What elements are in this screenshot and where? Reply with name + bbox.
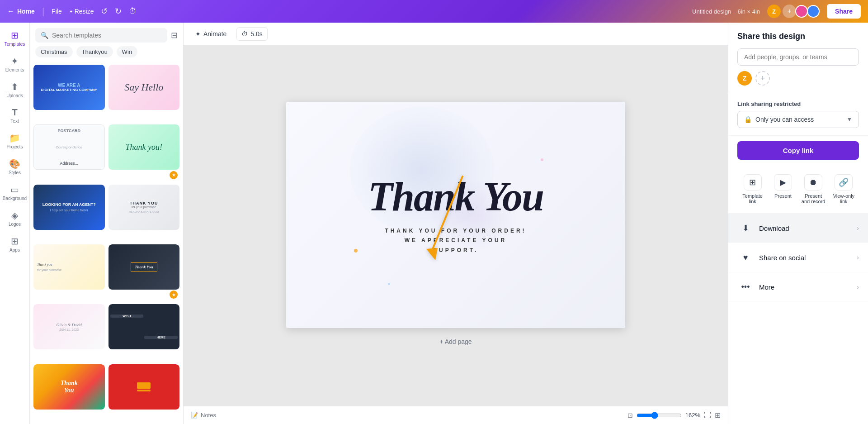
- sidebar-item-projects[interactable]: 📁 Projects: [2, 129, 28, 153]
- more-label: More: [759, 283, 857, 291]
- sidebar-label-background: Background: [3, 196, 27, 201]
- sidebar-item-background[interactable]: ▭ Background: [2, 181, 28, 205]
- sidebar-item-templates[interactable]: ⊞ Templates: [2, 26, 28, 50]
- notes-button[interactable]: 📝 Notes: [191, 412, 216, 419]
- search-input[interactable]: [52, 32, 162, 39]
- tab-thankyou[interactable]: Thankyou: [76, 46, 113, 57]
- template-card[interactable]: POSTCARD Correspondence Address...: [33, 124, 105, 181]
- add-collaborator-button[interactable]: +: [783, 5, 796, 18]
- sidebar-label-templates: Templates: [5, 42, 25, 47]
- template-card[interactable]: Olivia & David JUN 11, 2023: [33, 304, 105, 360]
- link-sharing-label: Link sharing restricted: [737, 100, 859, 107]
- search-icon: 🔍: [41, 32, 48, 39]
- logos-icon: ◈: [11, 210, 18, 221]
- home-button[interactable]: Home: [7, 7, 35, 15]
- filter-button[interactable]: ⊟: [171, 30, 178, 40]
- zoom-slider[interactable]: [637, 412, 682, 419]
- template-card[interactable]: Thank You: [33, 364, 105, 420]
- template-card[interactable]: LOOKING FOR AN AGENT? I help sell your h…: [33, 185, 105, 241]
- undo-button[interactable]: ↺: [101, 6, 108, 16]
- template-card[interactable]: Thank you for your purchase: [33, 244, 105, 300]
- view-only-icon: 🔗: [835, 174, 853, 191]
- sidebar-item-elements[interactable]: ✦ Elements: [2, 52, 28, 76]
- sidebar-item-uploads[interactable]: ⬆ Uploads: [2, 78, 28, 102]
- canvas-area: ✦ Animate ⏱ 5.0s: [184, 23, 728, 424]
- elements-icon: ✦: [11, 56, 19, 67]
- sidebar-label-text: Text: [10, 119, 19, 124]
- design-canvas: Thank You THANK YOU FOR YOUR ORDER! WE A…: [286, 102, 625, 328]
- template-card[interactable]: WISH HERE: [108, 304, 180, 360]
- animate-button[interactable]: ✦ Animate: [191, 28, 231, 40]
- canvas-content: Thank You THANK YOU FOR YOUR ORDER! WE A…: [286, 45, 625, 406]
- zoom-level: 162%: [685, 412, 700, 419]
- download-label: Download: [759, 224, 857, 232]
- template-card[interactable]: WE ARE A DIGITAL MARKETING COMPANY: [33, 65, 105, 121]
- link-sharing-section: Link sharing restricted 🔒 Only you can a…: [728, 93, 868, 136]
- download-action[interactable]: ⬇ Download ›: [728, 214, 868, 243]
- time-display[interactable]: ⏱ 5.0s: [236, 27, 267, 41]
- template-card[interactable]: [108, 364, 180, 420]
- collaborators: Z +: [767, 5, 820, 18]
- share-panel-title: Share this design: [737, 32, 859, 41]
- sidebar-label-elements: Elements: [5, 67, 24, 72]
- search-box: 🔍: [35, 28, 167, 43]
- more-action[interactable]: ••• More ›: [728, 272, 868, 302]
- canvas-sub-text: THANK YOU FOR YOUR ORDER! WE APPRECIATE …: [385, 226, 526, 256]
- fit-page-button[interactable]: ⊡: [627, 412, 633, 419]
- fullscreen-button[interactable]: ⛶: [704, 411, 711, 419]
- file-menu[interactable]: File: [52, 8, 62, 15]
- bottom-toolbar: 📝 Notes ⊡ 162% ⛶ ⊞: [184, 406, 728, 424]
- share-avatar-z: Z: [737, 71, 752, 86]
- sidebar-item-logos[interactable]: ◈ Logos: [2, 206, 28, 230]
- topbar: Home | File Resize ↺ ↻ ⏱ Untitled design…: [0, 0, 868, 23]
- templates-icon: ⊞: [11, 30, 19, 41]
- category-tabs: Christmas Thankyou Win: [30, 46, 183, 61]
- uploads-icon: ⬆: [11, 81, 19, 92]
- present-record-option[interactable]: ⏺ Present and record: [798, 171, 829, 208]
- share-button[interactable]: Share: [827, 4, 861, 19]
- template-card[interactable]: Say Hello: [108, 65, 180, 121]
- templates-search-area: 🔍 ⊟: [30, 23, 183, 46]
- share-action-items: ⬇ Download › ♥ Share on social › ••• Mor…: [728, 214, 868, 424]
- tab-win[interactable]: Win: [117, 46, 137, 57]
- timer-icon[interactable]: ⏱: [129, 7, 137, 16]
- tab-christmas[interactable]: Christmas: [35, 46, 73, 57]
- template-card[interactable]: THANK YOU for your purchase REALTORESTAT…: [108, 185, 180, 241]
- chevron-down-icon: ▼: [847, 116, 852, 123]
- animate-label: Animate: [203, 30, 226, 38]
- add-people-button[interactable]: +: [755, 71, 770, 86]
- share-social-action[interactable]: ♥ Share on social ›: [728, 243, 868, 272]
- share-link-options: ⊞ Template link ▶ Present ⏺ Present and …: [728, 165, 868, 214]
- template-card[interactable]: Thank you! ★: [108, 124, 180, 181]
- add-page-bar[interactable]: + Add page: [286, 333, 625, 350]
- animate-icon: ✦: [195, 30, 201, 38]
- background-icon: ▭: [10, 184, 19, 195]
- template-card[interactable]: Thank You ★: [108, 244, 180, 300]
- projects-icon: 📁: [9, 133, 20, 143]
- share-social-icon: ♥: [737, 249, 754, 266]
- download-chevron-icon: ›: [857, 224, 859, 232]
- template-link-option[interactable]: ⊞ Template link: [737, 171, 768, 208]
- share-panel-header: Share this design Z +: [728, 23, 868, 93]
- copy-link-button[interactable]: Copy link: [737, 141, 859, 160]
- sidebar-label-uploads: Uploads: [6, 93, 23, 98]
- present-option[interactable]: ▶ Present: [768, 171, 798, 208]
- design-title: Untitled design – 6in × 4in: [692, 8, 760, 15]
- link-access-select[interactable]: 🔒 Only you can access ▼: [737, 111, 859, 128]
- time-value: 5.0s: [250, 30, 262, 38]
- people-input[interactable]: [737, 48, 859, 66]
- templates-grid: WE ARE A DIGITAL MARKETING COMPANY Say H…: [30, 61, 183, 424]
- share-social-label: Share on social: [759, 254, 857, 262]
- more-chevron-icon: ›: [857, 283, 859, 291]
- collaborator-avatar-2: [807, 5, 820, 18]
- share-social-chevron-icon: ›: [857, 254, 859, 261]
- sidebar-item-styles[interactable]: 🎨 Styles: [2, 155, 28, 179]
- resize-button[interactable]: Resize: [69, 8, 94, 15]
- view-only-option[interactable]: 🔗 View-only link: [829, 171, 859, 208]
- redo-button[interactable]: ↻: [115, 6, 122, 16]
- template-link-label: Template link: [739, 193, 766, 204]
- present-label: Present: [774, 193, 792, 199]
- sidebar-item-text[interactable]: T Text: [2, 104, 28, 127]
- grid-view-button[interactable]: ⊞: [715, 411, 721, 419]
- sidebar-item-apps[interactable]: ⊞ Apps: [2, 232, 28, 256]
